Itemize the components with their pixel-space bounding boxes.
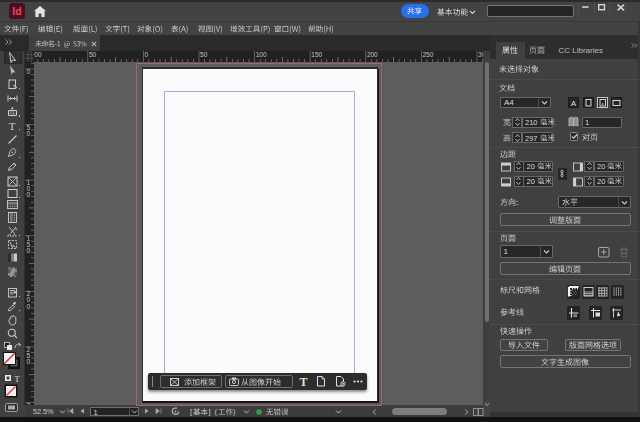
svg-text:T: T <box>14 374 20 382</box>
svg-text:A: A <box>571 98 576 107</box>
svg-text:T: T <box>299 376 307 387</box>
svg-text:Id: Id <box>12 5 21 17</box>
svg-text:T: T <box>9 120 16 131</box>
